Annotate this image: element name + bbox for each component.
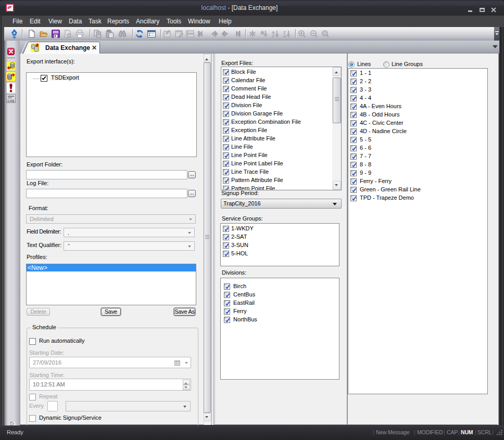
svg-text:Z: Z — [272, 34, 274, 38]
svg-text:Log: Log — [8, 98, 15, 103]
svg-text:A: A — [283, 34, 286, 38]
